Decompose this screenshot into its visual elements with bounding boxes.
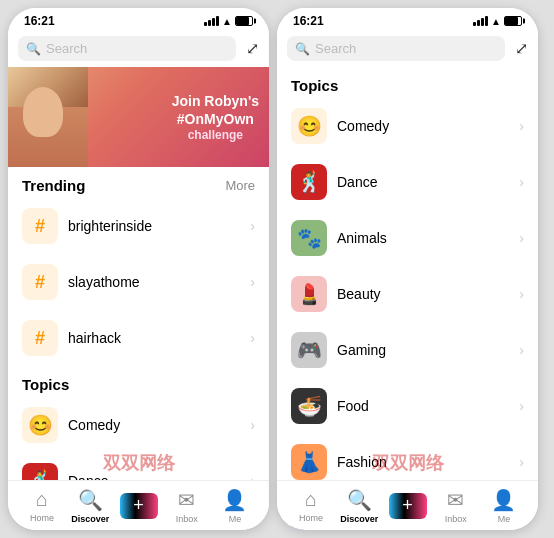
chevron-1: ›: [250, 274, 255, 290]
topic-label-fashion-right: Fashion: [337, 454, 509, 470]
banner-person: [8, 67, 88, 167]
banner-line3: challenge: [172, 128, 259, 142]
nav-inbox-label-right: Inbox: [445, 514, 467, 524]
nav-inbox-label-left: Inbox: [176, 514, 198, 524]
inbox-icon-left: ✉: [178, 488, 195, 512]
topic-chevron-food-right: ›: [519, 398, 524, 414]
topic-icon-fashion-right: 👗: [291, 444, 327, 480]
topics-header-right: Topics: [277, 67, 538, 98]
topic-chevron-comedy-left: ›: [250, 417, 255, 433]
topic-label-comedy-left: Comedy: [68, 417, 240, 433]
add-button-left[interactable]: +: [120, 493, 158, 519]
phone-left: 16:21 ▲ 🔍 Search ⤢: [8, 8, 269, 530]
home-icon-right: ⌂: [305, 488, 317, 511]
nav-inbox-left[interactable]: ✉ Inbox: [163, 488, 211, 524]
trending-label-1: slayathome: [68, 274, 240, 290]
banner-person-face: [23, 87, 63, 137]
search-icon-left: 🔍: [26, 42, 41, 56]
topic-icon-dance-right: 🕺: [291, 164, 327, 200]
phone-right: 16:21 ▲ 🔍 Search ⤢: [277, 8, 538, 530]
trending-label-0: brighterinside: [68, 218, 240, 234]
topic-chevron-fashion-right: ›: [519, 454, 524, 470]
wifi-icon-left: ▲: [222, 16, 232, 27]
status-bar-right: 16:21 ▲: [277, 8, 538, 30]
nav-home-right[interactable]: ⌂ Home: [287, 488, 335, 523]
me-icon-left: 👤: [222, 488, 247, 512]
topic-label-dance-right: Dance: [337, 174, 509, 190]
topics-title-left: Topics: [22, 376, 69, 393]
battery-icon-left: [235, 16, 253, 26]
signal-icon-right: [473, 16, 488, 26]
topic-item-comedy-right[interactable]: 😊 Comedy ›: [277, 98, 538, 154]
topic-icon-comedy-left: 😊: [22, 407, 58, 443]
status-icons-right: ▲: [473, 16, 522, 27]
nav-add-left[interactable]: +: [114, 493, 162, 519]
status-time-right: 16:21: [293, 14, 324, 28]
topics-title-right: Topics: [291, 77, 338, 94]
topic-item-dance-right[interactable]: 🕺 Dance ›: [277, 154, 538, 210]
search-placeholder-left: Search: [46, 41, 87, 56]
phones-container: 16:21 ▲ 🔍 Search ⤢: [0, 0, 554, 538]
bottom-nav-left: ⌂ Home 🔍 Discover + ✉ Inbox 👤 Me: [8, 480, 269, 530]
bottom-nav-right: ⌂ Home 🔍 Discover + ✉ Inbox 👤 Me: [277, 480, 538, 530]
trending-item-0[interactable]: # brighterinside ›: [8, 198, 269, 254]
topic-label-food-right: Food: [337, 398, 509, 414]
topic-item-food-right[interactable]: 🍜 Food ›: [277, 378, 538, 434]
signal-icon-left: [204, 16, 219, 26]
nav-discover-right[interactable]: 🔍 Discover: [335, 488, 383, 524]
banner-left[interactable]: Join Robyn's #OnMyOwn challenge: [8, 67, 269, 167]
nav-me-right[interactable]: 👤 Me: [480, 488, 528, 524]
search-input-left[interactable]: 🔍 Search: [18, 36, 236, 61]
topic-chevron-dance-right: ›: [519, 174, 524, 190]
nav-home-label-left: Home: [30, 513, 54, 523]
banner-text: Join Robyn's #OnMyOwn challenge: [172, 92, 259, 142]
search-input-right[interactable]: 🔍 Search: [287, 36, 505, 61]
banner-line1: Join Robyn's: [172, 92, 259, 110]
nav-home-left[interactable]: ⌂ Home: [18, 488, 66, 523]
topics-header-left: Topics: [8, 366, 269, 397]
nav-me-label-right: Me: [498, 514, 511, 524]
hashtag-icon-0: #: [22, 208, 58, 244]
nav-inbox-right[interactable]: ✉ Inbox: [432, 488, 480, 524]
nav-discover-label-right: Discover: [340, 514, 378, 524]
status-time-left: 16:21: [24, 14, 55, 28]
trending-more[interactable]: More: [225, 178, 255, 193]
trending-title: Trending: [22, 177, 85, 194]
topic-item-animals-right[interactable]: 🐾 Animals ›: [277, 210, 538, 266]
topic-chevron-beauty-right: ›: [519, 286, 524, 302]
nav-add-right[interactable]: +: [383, 493, 431, 519]
expand-icon-right[interactable]: ⤢: [515, 39, 528, 58]
topic-icon-gaming-right: 🎮: [291, 332, 327, 368]
content-left: Trending More # brighterinside › # slaya…: [8, 167, 269, 530]
topic-label-animals-right: Animals: [337, 230, 509, 246]
topic-item-comedy-left[interactable]: 😊 Comedy ›: [8, 397, 269, 453]
trending-item-1[interactable]: # slayathome ›: [8, 254, 269, 310]
nav-me-label-left: Me: [229, 514, 242, 524]
topic-item-gaming-right[interactable]: 🎮 Gaming ›: [277, 322, 538, 378]
expand-icon-left[interactable]: ⤢: [246, 39, 259, 58]
topic-item-beauty-right[interactable]: 💄 Beauty ›: [277, 266, 538, 322]
topic-icon-comedy-right: 😊: [291, 108, 327, 144]
content-right: Topics 😊 Comedy › 🕺 Dance › 🐾 Animals › …: [277, 67, 538, 530]
banner-line2: #OnMyOwn: [172, 110, 259, 128]
search-icon-right: 🔍: [295, 42, 310, 56]
hashtag-icon-2: #: [22, 320, 58, 356]
chevron-0: ›: [250, 218, 255, 234]
trending-header: Trending More: [8, 167, 269, 198]
discover-icon-right: 🔍: [347, 488, 372, 512]
nav-me-left[interactable]: 👤 Me: [211, 488, 259, 524]
trending-item-2[interactable]: # hairhack ›: [8, 310, 269, 366]
status-bar-left: 16:21 ▲: [8, 8, 269, 30]
trending-label-2: hairhack: [68, 330, 240, 346]
nav-discover-label-left: Discover: [71, 514, 109, 524]
topic-icon-beauty-right: 💄: [291, 276, 327, 312]
topic-label-comedy-right: Comedy: [337, 118, 509, 134]
status-icons-left: ▲: [204, 16, 253, 27]
battery-icon-right: [504, 16, 522, 26]
nav-discover-left[interactable]: 🔍 Discover: [66, 488, 114, 524]
topic-label-beauty-right: Beauty: [337, 286, 509, 302]
home-icon-left: ⌂: [36, 488, 48, 511]
topic-chevron-gaming-right: ›: [519, 342, 524, 358]
topic-chevron-animals-right: ›: [519, 230, 524, 246]
add-button-right[interactable]: +: [389, 493, 427, 519]
